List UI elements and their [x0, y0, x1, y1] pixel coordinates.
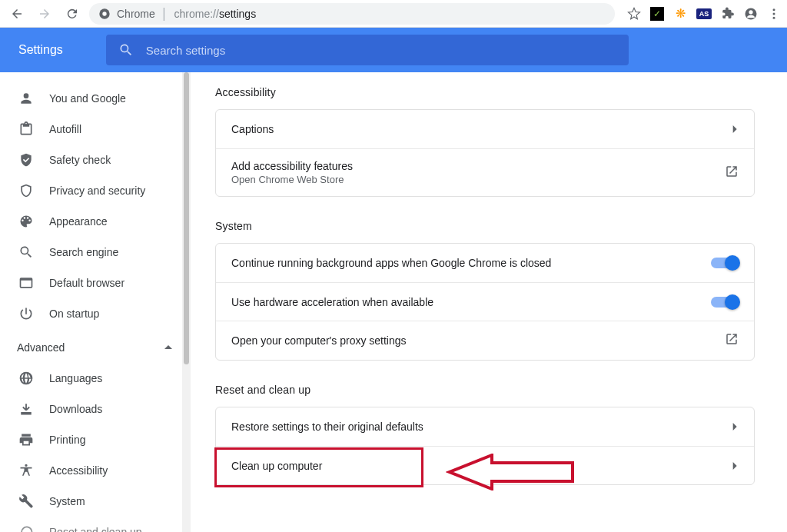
sidebar-item-privacy[interactable]: Privacy and security — [0, 175, 191, 206]
sidebar-item-accessibility[interactable]: Accessibility — [0, 455, 191, 486]
url-separator: │ — [161, 8, 168, 20]
clipboard-icon — [18, 121, 34, 137]
palette-icon — [18, 214, 34, 229]
page-title: Settings — [18, 43, 63, 57]
reset-card: Restore settings to their original defau… — [215, 407, 755, 485]
browser-toolbar: Chrome │ chrome://settings ✓ ❋ AS — [0, 0, 787, 28]
chevron-right-icon — [732, 420, 739, 434]
back-button[interactable] — [6, 3, 28, 25]
chevron-right-icon — [732, 122, 739, 136]
accessibility-card: Captions Add accessibility features Open… — [215, 109, 755, 197]
section-accessibility-title: Accessibility — [215, 86, 755, 98]
printer-icon — [18, 432, 34, 447]
search-placeholder: Search settings — [146, 44, 225, 57]
ext1-icon[interactable]: ✓ — [650, 7, 664, 21]
shield-icon — [18, 183, 34, 198]
toolbar-icons: ✓ ❋ AS — [627, 7, 781, 21]
sidebar-item-you[interactable]: You and Google — [0, 83, 191, 114]
svg-point-3 — [749, 10, 752, 14]
sidebar-item-reset[interactable]: Reset and clean up — [0, 517, 191, 532]
open-external-icon — [725, 332, 739, 349]
url-text: chrome://settings — [174, 8, 257, 20]
star-icon[interactable] — [627, 7, 641, 21]
person-icon — [18, 91, 34, 106]
profile-icon[interactable] — [744, 7, 758, 21]
menu-icon[interactable] — [767, 7, 781, 21]
extensions-icon[interactable] — [721, 7, 735, 21]
chevron-right-icon — [732, 459, 739, 473]
section-reset-title: Reset and clean up — [215, 384, 755, 396]
url-host: Chrome — [117, 8, 155, 20]
ext2-icon[interactable]: ❋ — [673, 7, 687, 21]
svg-point-6 — [773, 16, 775, 18]
download-icon — [18, 401, 34, 417]
restore-icon — [18, 524, 34, 532]
search-icon — [118, 42, 134, 58]
forward-button[interactable] — [34, 3, 55, 25]
row-proxy[interactable]: Open your computer's proxy settings — [216, 321, 754, 360]
sidebar-item-appearance[interactable]: Appearance — [0, 206, 191, 237]
svg-point-1 — [102, 12, 106, 15]
accessibility-icon — [18, 463, 34, 478]
sidebar-item-languages[interactable]: Languages — [0, 363, 191, 394]
wrench-icon — [18, 494, 34, 509]
search-icon — [18, 244, 34, 260]
section-system-title: System — [215, 220, 755, 232]
open-external-icon — [725, 165, 739, 181]
row-restore-defaults[interactable]: Restore settings to their original defau… — [216, 407, 754, 446]
sidebar-item-startup[interactable]: On startup — [0, 298, 191, 329]
svg-point-4 — [773, 8, 775, 11]
sidebar-item-printing[interactable]: Printing — [0, 424, 191, 455]
sidebar-item-autofill[interactable]: Autofill — [0, 114, 191, 145]
row-hw-accel[interactable]: Use hardware acceleration when available — [216, 282, 754, 321]
globe-icon — [18, 371, 34, 386]
sidebar-item-search[interactable]: Search engine — [0, 237, 191, 268]
settings-main: Accessibility Captions Add accessibility… — [191, 72, 787, 532]
toggle-bg-apps[interactable] — [711, 258, 739, 268]
chevron-up-icon — [164, 344, 172, 351]
sidebar-item-default[interactable]: Default browser — [0, 268, 191, 298]
browser-icon — [18, 275, 34, 291]
settings-sidebar: You and Google Autofill Safety check Pri… — [0, 72, 191, 532]
ext3-icon[interactable]: AS — [696, 8, 712, 19]
power-icon — [18, 306, 34, 321]
sidebar-advanced-toggle[interactable]: Advanced — [0, 332, 191, 363]
svg-point-5 — [773, 12, 775, 15]
row-captions[interactable]: Captions — [216, 110, 754, 148]
search-settings[interactable]: Search settings — [106, 35, 629, 65]
sidebar-scrollbar[interactable] — [182, 72, 191, 532]
row-bg-apps[interactable]: Continue running background apps when Go… — [216, 244, 754, 282]
address-bar[interactable]: Chrome │ chrome://settings — [89, 3, 615, 25]
shield-check-icon — [18, 152, 34, 168]
row-add-features[interactable]: Add accessibility features Open Chrome W… — [216, 148, 754, 196]
chrome-icon — [98, 8, 111, 20]
toggle-hw-accel[interactable] — [711, 297, 739, 308]
sidebar-item-downloads[interactable]: Downloads — [0, 394, 191, 424]
system-card: Continue running background apps when Go… — [215, 243, 755, 361]
settings-header: Settings Search settings — [0, 28, 787, 72]
row-clean-up[interactable]: Clean up computer — [216, 446, 754, 484]
reload-button[interactable] — [61, 3, 83, 25]
sidebar-item-safety[interactable]: Safety check — [0, 145, 191, 175]
sidebar-item-system[interactable]: System — [0, 486, 191, 517]
